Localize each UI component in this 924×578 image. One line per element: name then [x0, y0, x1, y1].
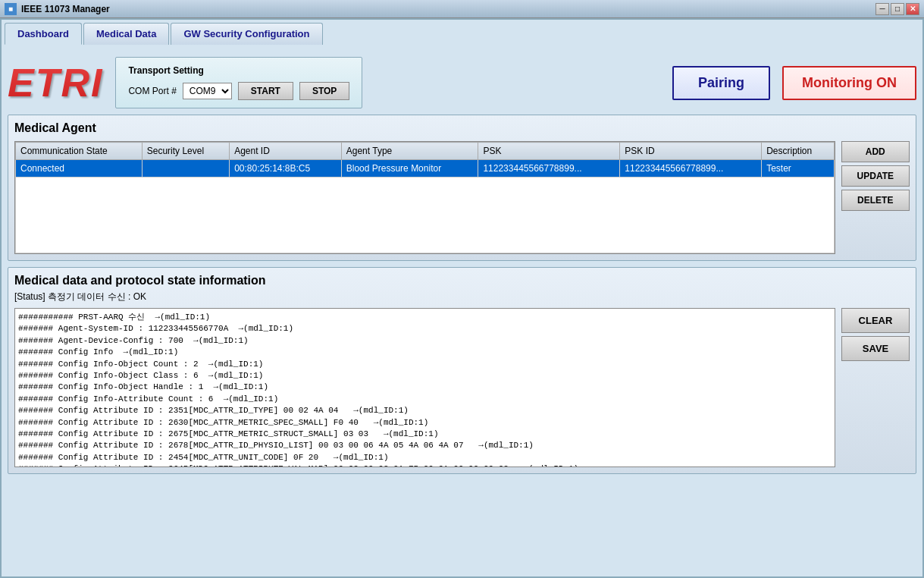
col-communication-state: Communication State [16, 143, 143, 160]
maximize-button[interactable]: □ [891, 3, 904, 15]
cell-psk-id: 112233445566778899... [620, 160, 762, 177]
title-controls: ─ □ ✕ [875, 3, 919, 15]
com-port-label: COM Port # [128, 86, 176, 96]
log-status: [Status] 측정기 데이터 수신 : OK [14, 291, 910, 303]
cell-agent-type: Blood Pressure Monitor [341, 160, 478, 177]
agent-table-container: Communication State Security Level Agent… [14, 141, 835, 254]
close-button[interactable]: ✕ [906, 3, 919, 15]
tab-dashboard[interactable]: Dashboard [5, 23, 82, 45]
cell-psk: 112233445566778899... [478, 160, 620, 177]
minimize-button[interactable]: ─ [875, 3, 889, 15]
start-button[interactable]: START [238, 82, 293, 100]
logo-area: ETRI [8, 60, 103, 105]
clear-button[interactable]: CLEAR [841, 308, 910, 333]
col-psk-id: PSK ID [620, 143, 762, 160]
save-button[interactable]: SAVE [841, 336, 910, 361]
transport-title: Transport Setting [128, 65, 349, 76]
col-description: Description [762, 143, 834, 160]
col-psk: PSK [478, 143, 620, 160]
cell-agent-id: 00:80:25:14:8B:C5 [230, 160, 342, 177]
log-title: Medical data and protocol state informat… [14, 274, 910, 287]
monitoring-button[interactable]: Monitoring ON [782, 66, 916, 100]
col-agent-type: Agent Type [341, 143, 478, 160]
pairing-button[interactable]: Pairing [672, 66, 770, 100]
cell-security-level [142, 160, 229, 177]
tab-medical-data[interactable]: Medical Data [83, 23, 169, 45]
log-area-wrapper: ########### PRST-AARQ 수신 →(mdl_ID:1) ###… [14, 308, 910, 467]
medical-agent-section: Medical Agent Communication State Securi… [8, 115, 916, 261]
log-section: Medical data and protocol state informat… [8, 267, 916, 474]
update-button[interactable]: UPDATE [841, 165, 910, 187]
col-security-level: Security Level [142, 143, 229, 160]
main-window: Dashboard Medical Data GW Security Confi… [0, 18, 924, 578]
window-title: IEEE 11073 Manager [21, 4, 110, 14]
medical-agent-title: Medical Agent [14, 121, 910, 135]
top-section: ETRI Transport Setting COM Port # COM9 C… [8, 51, 916, 115]
table-row-empty [16, 177, 835, 253]
tab-gw-security[interactable]: GW Security Configuration [171, 23, 322, 45]
tab-bar: Dashboard Medical Data GW Security Confi… [2, 20, 922, 45]
transport-box: Transport Setting COM Port # COM9 COM1 C… [115, 57, 362, 108]
col-agent-id: Agent ID [230, 143, 342, 160]
cell-description: Tester [762, 160, 834, 177]
agent-table: Communication State Security Level Agent… [15, 142, 835, 253]
etri-logo: ETRI [8, 60, 103, 105]
log-output: ########### PRST-AARQ 수신 →(mdl_ID:1) ###… [14, 308, 835, 467]
empty-cell [16, 177, 835, 253]
table-row[interactable]: Connected 00:80:25:14:8B:C5 Blood Pressu… [16, 160, 835, 177]
agent-buttons: ADD UPDATE DELETE [841, 141, 910, 254]
title-bar: ■ IEEE 11073 Manager ─ □ ✕ [0, 0, 924, 18]
cell-communication-state: Connected [16, 160, 143, 177]
app-icon: ■ [5, 3, 17, 15]
transport-row: COM Port # COM9 COM1 COM2 COM3 START STO… [128, 82, 349, 100]
stop-button[interactable]: STOP [299, 82, 349, 100]
table-header-row: Communication State Security Level Agent… [16, 143, 835, 160]
agent-table-wrapper: Communication State Security Level Agent… [14, 141, 910, 254]
add-button[interactable]: ADD [841, 141, 910, 162]
com-port-select[interactable]: COM9 COM1 COM2 COM3 [183, 83, 232, 99]
log-buttons: CLEAR SAVE [841, 308, 910, 467]
delete-button[interactable]: DELETE [841, 190, 910, 211]
main-content: ETRI Transport Setting COM Port # COM9 C… [2, 45, 922, 480]
